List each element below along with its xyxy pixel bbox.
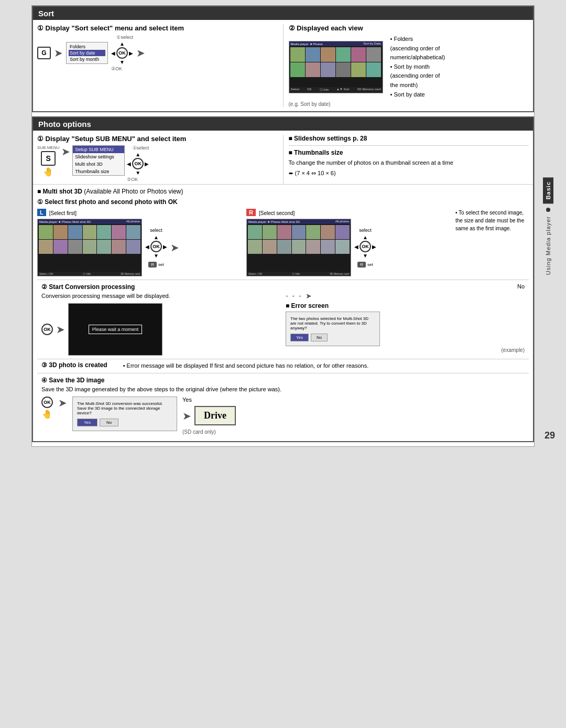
slideshow-title: ■ Slideshow settings p. 28	[289, 135, 529, 142]
photo-ok-button[interactable]: OK	[132, 158, 144, 169]
ok-button[interactable]: OK	[116, 47, 128, 59]
page-number: 29	[545, 430, 555, 441]
up-arrow-icon[interactable]: ▲	[119, 41, 125, 47]
pc9	[53, 240, 68, 254]
s-down[interactable]: ▼	[363, 253, 368, 259]
pc2-11	[292, 240, 306, 254]
thumbnails-formula: ➨ (7 × 4 ⇔ 10 × 6)	[289, 169, 529, 178]
left-arrow-icon[interactable]: ◀	[111, 50, 115, 56]
f-right[interactable]: ▶	[163, 244, 167, 250]
save-no-btn[interactable]: No	[100, 419, 118, 426]
s-left[interactable]: ◀	[354, 244, 358, 250]
conv-ok[interactable]: OK	[41, 324, 53, 335]
pc2-2	[263, 225, 277, 239]
thumbnails-desc: To change the number of photos on a thum…	[289, 158, 529, 167]
pc2-14	[335, 240, 350, 254]
save-drive-area: Yes ➤ Drive (SD card only)	[182, 397, 236, 435]
pc2-4	[292, 225, 306, 239]
s-right[interactable]: ▶	[372, 244, 376, 250]
pc2-5	[306, 225, 320, 239]
f-down[interactable]: ▼	[154, 253, 159, 259]
sort-inner: ① Display "Sort select" menu and select …	[33, 20, 533, 111]
photo-select-label: ①select	[133, 145, 149, 151]
f-ok[interactable]: OK	[150, 241, 162, 252]
sort-step2-content: Media player ★ Photos Sort by Date	[289, 35, 529, 99]
photo-options-header: Photo options	[33, 117, 533, 131]
second-select-text: select	[359, 228, 372, 233]
menu-sort-month[interactable]: Sort by month	[69, 56, 105, 62]
photo-right-arrow[interactable]: ▶	[145, 161, 149, 167]
first-arrow: ➤	[170, 241, 179, 254]
down-arrow-icon[interactable]: ▼	[119, 59, 125, 65]
second-photo-grid: Media player ★ Photos Multi shot 3D All …	[246, 219, 351, 276]
l-badge: L	[37, 209, 46, 216]
thumbnails-info: To change the number of photos on a thum…	[289, 158, 529, 177]
basic-tab[interactable]: Basic	[543, 177, 553, 204]
sub-menu-label: SUB MENU	[37, 145, 59, 150]
processing-screen: Please wait a moment	[68, 303, 162, 356]
eg-label: (e.g. Sort by date)	[289, 101, 529, 107]
thumb-12	[366, 62, 381, 77]
dashes-icon: - - - ➤	[286, 292, 313, 300]
save-buttons: Yes No	[77, 419, 172, 426]
grid-header-2: Media player ★ Photos Multi shot 3D All …	[247, 219, 351, 224]
sub-menu-box: Setup SUB MENU Slideshow settings Multi …	[72, 145, 125, 176]
thumb-6	[366, 47, 381, 62]
save-msg: The Multi-Shot 3D conversion was success…	[77, 401, 172, 415]
right-arrow-icon[interactable]: ▶	[129, 50, 133, 56]
pc2-7	[335, 225, 350, 239]
photo-up-arrow[interactable]: ▲	[135, 152, 140, 157]
r-set-area: R set	[148, 262, 164, 267]
sort-step2: ② Displayed each view Media player ★ Pho…	[283, 24, 529, 107]
s-ok[interactable]: OK	[360, 241, 371, 252]
processing-msg: Please wait a moment	[89, 325, 143, 334]
middle-row: ◀ OK ▶	[111, 47, 133, 59]
photo-left-arrow[interactable]: ◀	[127, 161, 131, 167]
error-title: ■ Error screen	[286, 302, 525, 309]
footer-sort: ▲▼ Sort	[336, 88, 350, 92]
pc2-3	[277, 225, 291, 239]
save-yes-btn[interactable]: Yes	[77, 419, 97, 426]
to-select-note: • To select the second image, the size a…	[455, 209, 529, 232]
error-no-btn[interactable]: No	[311, 334, 328, 341]
pc10	[68, 240, 82, 254]
screen-sort: Sort by Date	[363, 42, 380, 46]
thumb-7	[290, 62, 305, 77]
s-up[interactable]: ▲	[363, 234, 368, 240]
first-photo-grid: Media player ★ Photos Multi shot 3D All …	[37, 219, 142, 276]
setup-sub-menu-item[interactable]: Setup SUB MENU	[73, 146, 124, 153]
three-d-row: ③ 3D photo is created • Error message wi…	[41, 361, 525, 371]
error-detail: • Error message will be displayed If fir…	[123, 361, 525, 371]
grid-all-1: All photos	[126, 220, 140, 223]
r-set-area2: R set	[357, 262, 373, 267]
first-controls: select ▲ ◀ OK ▶ ▼ R	[145, 228, 167, 267]
photo-middle-row: ◀ OK ▶	[127, 158, 149, 169]
three-d-section: ③ 3D photo is created • Error message wi…	[37, 359, 529, 373]
screen-grid	[289, 46, 383, 78]
sub-menu-area: SUB MENU S 🤚 ➤ Setup SUB MENU Slideshow …	[37, 145, 278, 182]
select-first-header: L [Select first]	[37, 209, 236, 217]
sub-arrow1: ➤	[61, 145, 70, 158]
save-ok[interactable]: OK	[41, 397, 53, 408]
menu-folders[interactable]: Folders	[69, 44, 105, 50]
menu-sort-date[interactable]: Sort by date	[69, 50, 105, 56]
multi-shot-3d-item[interactable]: Multi shot 3D	[73, 160, 124, 168]
sort-header: Sort	[33, 7, 533, 20]
gf2-info: ⓘ Info	[292, 272, 300, 275]
photo-down-arrow[interactable]: ▼	[135, 170, 140, 176]
error-msg-text: The two photos selected for Multi-Shot 3…	[290, 316, 375, 330]
thumbnails-size-item[interactable]: Thumbnails size	[73, 168, 124, 175]
select-first-title: ① Select first photo and second photo wi…	[37, 198, 529, 206]
photo-options-title: Photo options	[38, 120, 91, 129]
f-up[interactable]: ▲	[154, 234, 159, 240]
pc8	[39, 240, 53, 254]
error-yes-btn[interactable]: Yes	[290, 334, 309, 341]
select-first-controls: Media player ★ Photos Multi shot 3D All …	[37, 219, 236, 276]
step4-title: ④ Save the 3D image	[41, 377, 525, 384]
r-set-badge: R	[148, 262, 157, 267]
f-left[interactable]: ◀	[145, 244, 149, 250]
sort-bullets: Folders(ascending order ofnumeric/alphab…	[390, 35, 445, 99]
set-label: set	[158, 262, 164, 267]
slideshow-settings-item[interactable]: Slideshow settings	[73, 153, 124, 160]
conversion-desc: Conversion processing message will be di…	[41, 293, 280, 299]
